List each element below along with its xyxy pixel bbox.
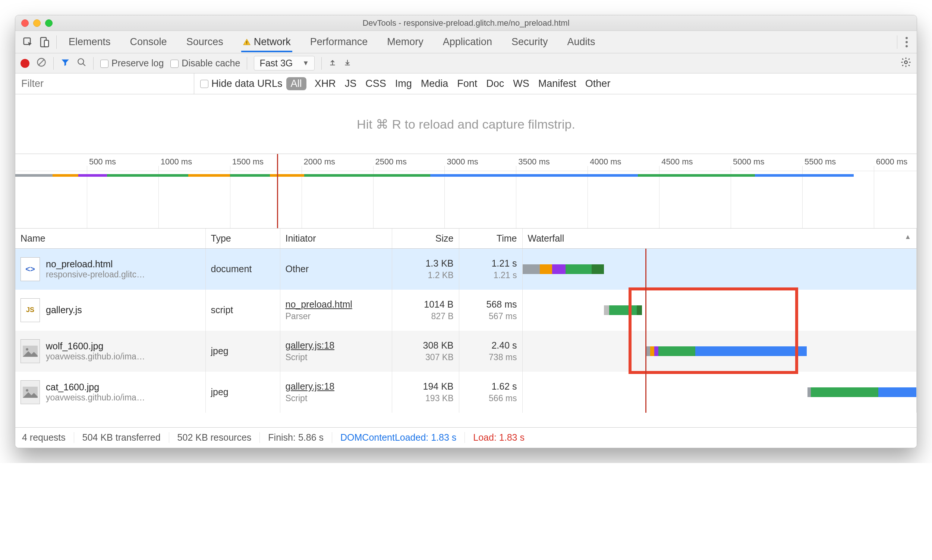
col-header-initiator[interactable]: Initiator <box>280 229 392 249</box>
overview-bar-segment <box>430 174 638 177</box>
type-filter-js[interactable]: JS <box>345 78 357 89</box>
network-toolbar: Preserve log Disable cache Fast 3G ▼ <box>15 53 917 74</box>
status-dcl: DOMContentLoaded: 1.83 s <box>332 432 465 443</box>
waterfall-segment <box>523 265 540 274</box>
status-transferred: 504 KB transferred <box>74 432 169 443</box>
warning-icon <box>243 38 251 46</box>
tab-sources[interactable]: Sources <box>185 32 225 52</box>
type-filter-xhr[interactable]: XHR <box>315 78 336 89</box>
tab-memory[interactable]: Memory <box>386 32 425 52</box>
table-row[interactable]: wolf_1600.jpgyoavweiss.github.io/ima…jpe… <box>15 331 917 372</box>
hide-data-urls-checkbox[interactable]: Hide data URLs <box>200 78 283 89</box>
tab-security[interactable]: Security <box>510 32 549 52</box>
type-filter-manifest[interactable]: Manifest <box>538 78 576 89</box>
request-type: jpeg <box>205 372 280 413</box>
status-load: Load: 1.83 s <box>465 432 533 443</box>
request-name: no_preload.html <box>46 259 145 269</box>
waterfall-segment <box>566 265 592 274</box>
waterfall-segment <box>637 305 642 315</box>
initiator-link[interactable]: gallery.js:18 <box>286 381 387 392</box>
waterfall-segment <box>654 346 658 356</box>
svg-line-6 <box>38 59 45 65</box>
more-menu-icon[interactable] <box>901 37 912 47</box>
record-button[interactable] <box>20 59 29 68</box>
waterfall-cell[interactable] <box>522 249 917 290</box>
table-row[interactable]: JSgallery.jsscriptno_preload.htmlParser1… <box>15 290 917 331</box>
initiator-type: Parser <box>286 311 387 322</box>
tab-elements[interactable]: Elements <box>67 32 112 52</box>
script-icon: JS <box>20 298 40 322</box>
time-total: 1.21 s <box>464 258 517 269</box>
tab-console[interactable]: Console <box>129 32 169 52</box>
filter-input[interactable] <box>15 74 194 94</box>
type-filter-css[interactable]: CSS <box>365 78 386 89</box>
request-domain: yoavweiss.github.io/ima… <box>46 392 145 403</box>
image-icon <box>20 339 40 363</box>
type-filter-img[interactable]: Img <box>395 78 412 89</box>
disable-cache-checkbox[interactable]: Disable cache <box>171 58 240 69</box>
size-transfer: 1.3 KB <box>397 258 454 269</box>
filter-bar: Hide data URLs AllXHRJSCSSImgMediaFontDo… <box>15 74 917 94</box>
waterfall-segment <box>604 305 609 315</box>
col-header-type[interactable]: Type <box>205 229 280 249</box>
col-header-size[interactable]: Size <box>392 229 459 249</box>
table-row[interactable]: <>no_preload.htmlresponsive-preload.glit… <box>15 249 917 290</box>
tab-performance[interactable]: Performance <box>309 32 369 52</box>
initiator-link: Other <box>286 264 387 274</box>
time-latency: 738 ms <box>464 352 517 362</box>
settings-gear-icon[interactable] <box>900 57 912 70</box>
table-row[interactable]: cat_1600.jpgyoavweiss.github.io/ima…jpeg… <box>15 372 917 413</box>
search-icon[interactable] <box>77 57 86 69</box>
request-type: document <box>205 249 280 290</box>
tab-label: Elements <box>69 36 111 48</box>
devtools-window: DevTools - responsive-preload.glitch.me/… <box>15 15 917 448</box>
request-name: wolf_1600.jpg <box>46 341 145 352</box>
col-header-waterfall[interactable]: Waterfall <box>522 229 917 249</box>
type-filter-media[interactable]: Media <box>421 78 449 89</box>
clear-icon[interactable] <box>36 57 47 70</box>
tab-audits[interactable]: Audits <box>566 32 597 52</box>
tab-label: Performance <box>310 36 368 48</box>
waterfall-segment <box>695 346 807 356</box>
download-har-icon[interactable] <box>343 58 352 69</box>
document-icon: <> <box>20 257 40 281</box>
initiator-link[interactable]: gallery.js:18 <box>286 340 387 351</box>
throttling-select[interactable]: Fast 3G ▼ <box>254 56 315 71</box>
table-header-row: Name Type Initiator Size Time Waterfall <box>15 229 917 249</box>
overview-bar-segment <box>304 174 430 177</box>
requests-table: Name Type Initiator Size Time Waterfall … <box>15 229 917 413</box>
type-filter-doc[interactable]: Doc <box>486 78 504 89</box>
svg-point-11 <box>904 61 907 64</box>
tab-label: Security <box>512 36 548 48</box>
waterfall-cell[interactable] <box>522 331 917 372</box>
type-filter-ws[interactable]: WS <box>513 78 529 89</box>
tab-application[interactable]: Application <box>441 32 494 52</box>
initiator-type: Script <box>286 393 387 403</box>
device-toolbar-icon[interactable] <box>36 34 52 50</box>
overview-bar-segment <box>188 174 230 177</box>
overview-bar-segment <box>270 174 304 177</box>
type-filter-other[interactable]: Other <box>585 78 611 89</box>
waterfall-cell[interactable] <box>522 372 917 413</box>
initiator-link[interactable]: no_preload.html <box>286 299 387 310</box>
timeline-overview[interactable]: 500 ms1000 ms1500 ms2000 ms2500 ms3000 m… <box>15 154 917 229</box>
col-header-name[interactable]: Name <box>15 229 205 249</box>
time-total: 1.62 s <box>464 381 517 392</box>
request-domain: yoavweiss.github.io/ima… <box>46 352 145 362</box>
filter-toggle-icon[interactable] <box>60 57 70 69</box>
waterfall-segment <box>811 388 878 397</box>
request-name: cat_1600.jpg <box>46 382 145 392</box>
type-filter-font[interactable]: Font <box>457 78 477 89</box>
preserve-log-checkbox[interactable]: Preserve log <box>100 58 164 69</box>
col-header-time[interactable]: Time <box>459 229 522 249</box>
size-transfer: 308 KB <box>397 340 454 351</box>
inspect-element-icon[interactable] <box>20 34 36 50</box>
upload-har-icon[interactable] <box>328 58 337 69</box>
waterfall-segment <box>592 265 604 274</box>
tab-label: Audits <box>567 36 595 48</box>
type-filter-all[interactable]: All <box>286 77 306 90</box>
time-latency: 566 ms <box>464 393 517 403</box>
tab-label: Sources <box>186 36 223 48</box>
tab-network[interactable]: Network <box>241 32 292 52</box>
waterfall-cell[interactable] <box>522 290 917 331</box>
